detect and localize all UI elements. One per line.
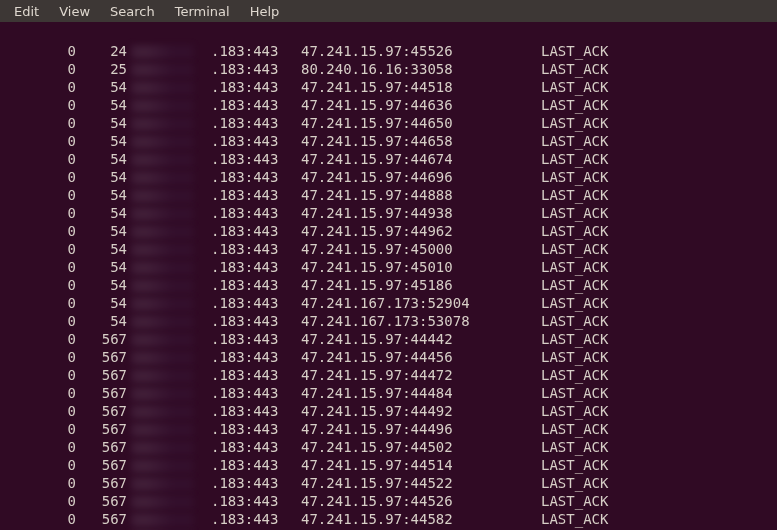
local-ip-redacted: [131, 60, 211, 78]
terminal-output[interactable]: 024.183:44347.241.15.97:45526LAST_ACK025…: [0, 22, 777, 530]
connection-row: 0567.183:44347.241.15.97:44472LAST_ACK: [6, 366, 771, 384]
connection-state: LAST_ACK: [541, 294, 661, 312]
connection-state: LAST_ACK: [541, 42, 661, 60]
local-ip-redacted: [131, 186, 211, 204]
connection-state: LAST_ACK: [541, 60, 661, 78]
local-ip-redacted: [131, 510, 211, 528]
send-q: 54: [76, 150, 131, 168]
local-ip-redacted: [131, 276, 211, 294]
send-q: 54: [76, 204, 131, 222]
recv-q: 0: [6, 456, 76, 474]
recv-q: 0: [6, 348, 76, 366]
connection-row: 054.183:44347.241.15.97:45010LAST_ACK: [6, 258, 771, 276]
local-address-suffix: .183:443: [211, 258, 301, 276]
menu-terminal[interactable]: Terminal: [165, 0, 240, 22]
foreign-address: 47.241.15.97:44472: [301, 366, 501, 384]
recv-q: 0: [6, 60, 76, 78]
connection-state: LAST_ACK: [541, 96, 661, 114]
send-q: 25: [76, 60, 131, 78]
blur-mask: [131, 297, 193, 311]
connection-state: LAST_ACK: [541, 114, 661, 132]
foreign-address: 47.241.15.97:44484: [301, 384, 501, 402]
connection-state: LAST_ACK: [541, 150, 661, 168]
connection-state: LAST_ACK: [541, 456, 661, 474]
connection-state: LAST_ACK: [541, 132, 661, 150]
blur-mask: [131, 63, 193, 77]
foreign-address: 47.241.15.97:44674: [301, 150, 501, 168]
local-address-suffix: .183:443: [211, 96, 301, 114]
connection-state: LAST_ACK: [541, 384, 661, 402]
recv-q: 0: [6, 492, 76, 510]
connection-state: LAST_ACK: [541, 240, 661, 258]
send-q: 54: [76, 312, 131, 330]
local-ip-redacted: [131, 78, 211, 96]
local-address-suffix: .183:443: [211, 168, 301, 186]
recv-q: 0: [6, 168, 76, 186]
connection-row: 0567.183:44347.241.15.97:44522LAST_ACK: [6, 474, 771, 492]
blur-mask: [131, 351, 193, 365]
foreign-address: 47.241.15.97:44888: [301, 186, 501, 204]
local-ip-redacted: [131, 384, 211, 402]
local-ip-redacted: [131, 366, 211, 384]
blur-mask: [131, 387, 193, 401]
connection-state: LAST_ACK: [541, 438, 661, 456]
connection-row: 0567.183:44347.241.15.97:44484LAST_ACK: [6, 384, 771, 402]
send-q: 54: [76, 168, 131, 186]
connection-state: LAST_ACK: [541, 312, 661, 330]
connection-state: LAST_ACK: [541, 348, 661, 366]
connection-row: 054.183:44347.241.15.97:44674LAST_ACK: [6, 150, 771, 168]
recv-q: 0: [6, 150, 76, 168]
menu-edit[interactable]: Edit: [4, 0, 49, 22]
connection-row: 054.183:44347.241.15.97:45186LAST_ACK: [6, 276, 771, 294]
local-address-suffix: .183:443: [211, 186, 301, 204]
blur-mask: [131, 189, 193, 203]
send-q: 24: [76, 42, 131, 60]
local-address-suffix: .183:443: [211, 60, 301, 78]
recv-q: 0: [6, 402, 76, 420]
blur-mask: [131, 369, 193, 383]
blur-mask: [131, 135, 193, 149]
foreign-address: 47.241.15.97:44442: [301, 330, 501, 348]
menu-search[interactable]: Search: [100, 0, 165, 22]
foreign-address: 47.241.15.97:45526: [301, 42, 501, 60]
local-address-suffix: .183:443: [211, 204, 301, 222]
local-address-suffix: .183:443: [211, 240, 301, 258]
blur-mask: [131, 207, 193, 221]
send-q: 54: [76, 132, 131, 150]
recv-q: 0: [6, 258, 76, 276]
send-q: 567: [76, 402, 131, 420]
connection-row: 0567.183:44347.241.15.97:44496LAST_ACK: [6, 420, 771, 438]
connection-row: 054.183:44347.241.15.97:44962LAST_ACK: [6, 222, 771, 240]
blur-mask: [131, 153, 193, 167]
menu-help[interactable]: Help: [240, 0, 290, 22]
connection-state: LAST_ACK: [541, 204, 661, 222]
local-address-suffix: .183:443: [211, 474, 301, 492]
connection-row: 054.183:44347.241.15.97:44938LAST_ACK: [6, 204, 771, 222]
foreign-address: 47.241.15.97:44650: [301, 114, 501, 132]
connection-state: LAST_ACK: [541, 276, 661, 294]
connection-row: 054.183:44347.241.15.97:44658LAST_ACK: [6, 132, 771, 150]
blur-mask: [131, 279, 193, 293]
local-ip-redacted: [131, 312, 211, 330]
local-ip-redacted: [131, 474, 211, 492]
local-address-suffix: .183:443: [211, 132, 301, 150]
connection-state: LAST_ACK: [541, 222, 661, 240]
local-ip-redacted: [131, 96, 211, 114]
local-address-suffix: .183:443: [211, 42, 301, 60]
send-q: 567: [76, 420, 131, 438]
local-address-suffix: .183:443: [211, 456, 301, 474]
menu-view[interactable]: View: [49, 0, 100, 22]
connection-row: 025.183:44380.240.16.16:33058LAST_ACK: [6, 60, 771, 78]
send-q: 567: [76, 384, 131, 402]
connection-row: 054.183:44347.241.15.97:44650LAST_ACK: [6, 114, 771, 132]
recv-q: 0: [6, 366, 76, 384]
foreign-address: 47.241.15.97:45186: [301, 276, 501, 294]
local-ip-redacted: [131, 438, 211, 456]
connection-state: LAST_ACK: [541, 78, 661, 96]
send-q: 54: [76, 258, 131, 276]
connection-row: 0567.183:44347.241.15.97:44582LAST_ACK: [6, 510, 771, 528]
recv-q: 0: [6, 294, 76, 312]
blur-mask: [131, 333, 193, 347]
blur-mask: [131, 99, 193, 113]
foreign-address: 47.241.15.97:44582: [301, 510, 501, 528]
